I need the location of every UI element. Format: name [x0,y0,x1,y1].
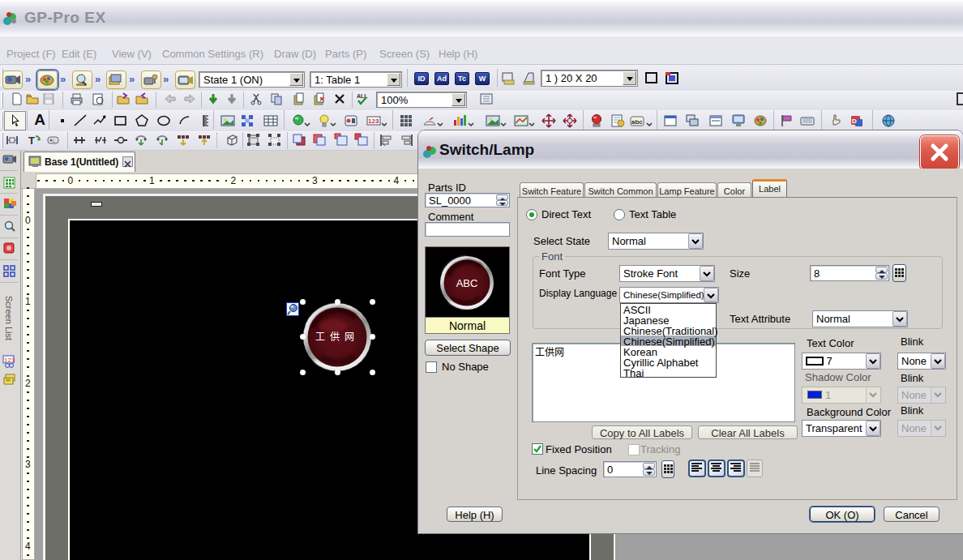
svg-text:ABC: ABC [456,277,478,289]
svg-text:D: D [852,118,857,125]
svg-text:工供网: 工供网 [315,331,359,343]
svg-text:123: 123 [4,357,15,364]
svg-text:T: T [28,135,35,147]
svg-text:123: 123 [368,118,379,125]
svg-text:abc: abc [631,118,643,126]
